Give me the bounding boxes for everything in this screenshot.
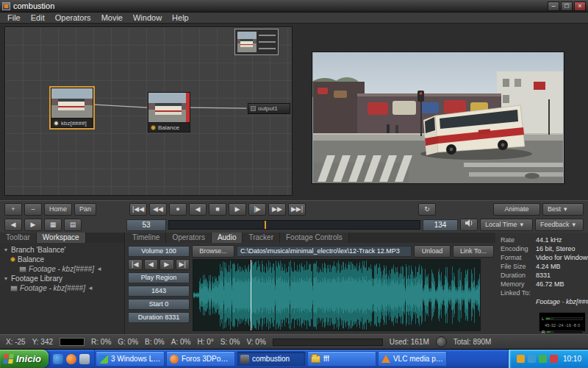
- volume-field[interactable]: Volume 100: [128, 246, 190, 257]
- ie-icon[interactable]: [53, 354, 63, 364]
- record-button[interactable]: ●: [169, 203, 187, 216]
- audio-go-end-button[interactable]: ▶|: [176, 259, 190, 270]
- play-reverse-button[interactable]: ◀: [189, 203, 207, 216]
- task-vlc[interactable]: VLC media player: [378, 351, 447, 367]
- channel-g: G: 0%: [118, 338, 138, 346]
- tree-item-footage-library[interactable]: ▼ Footage Library: [0, 274, 124, 283]
- quality-dropdown[interactable]: Best▾: [542, 203, 584, 216]
- prev-frame-button[interactable]: ◀: [4, 219, 22, 231]
- zoom-in-button[interactable]: +: [4, 203, 22, 216]
- tray-messenger-icon[interactable]: [550, 355, 558, 363]
- menu-operators[interactable]: Operators: [50, 13, 96, 23]
- quality-label: Best: [548, 204, 561, 215]
- expand-arrow-icon[interactable]: ▼: [3, 276, 9, 281]
- home-button[interactable]: Home: [44, 203, 72, 216]
- preview-node[interactable]: [234, 29, 279, 55]
- tray-network-icon[interactable]: [528, 355, 536, 363]
- task-combustion[interactable]: combustion: [237, 351, 306, 367]
- viewport-panel[interactable]: [312, 52, 564, 184]
- waveform-display[interactable]: [193, 259, 481, 331]
- firefox-icon[interactable]: [66, 354, 76, 364]
- tab-footage-controls[interactable]: Footage Controls: [280, 233, 349, 243]
- menu-movie[interactable]: Movie: [96, 13, 128, 23]
- region-length-field[interactable]: 1643: [128, 286, 190, 297]
- close-button[interactable]: ×: [574, 1, 586, 11]
- link-arrow-icon: ◄: [96, 266, 102, 272]
- end-frame-field[interactable]: 134: [423, 219, 458, 231]
- animate-button[interactable]: Animate: [493, 203, 540, 216]
- feedback-dropdown[interactable]: Feedback▾: [535, 219, 584, 231]
- task-foros-3dpoder[interactable]: Foros 3DPoder...: [166, 351, 235, 367]
- minimize-button[interactable]: –: [548, 1, 559, 11]
- task-label: fff: [323, 355, 329, 363]
- output-node[interactable]: output1: [248, 103, 290, 114]
- tab-operators[interactable]: Operators: [166, 233, 211, 243]
- operator-enabled-icon[interactable]: [10, 257, 15, 262]
- task-windows-live[interactable]: 3 Windows Live ...: [96, 351, 165, 367]
- tab-toolbar[interactable]: Toolbar: [0, 233, 37, 243]
- expand-arrow-icon[interactable]: ▼: [3, 247, 9, 252]
- schematic-view[interactable]: kbz[####] Balance output1: [4, 26, 293, 196]
- unload-button[interactable]: Unload: [414, 245, 451, 258]
- fast-forward-button[interactable]: ▶▶: [268, 203, 286, 216]
- link-to-button[interactable]: Link To...: [453, 245, 494, 258]
- tree-item-balance[interactable]: Balance: [0, 255, 124, 264]
- playhead-marker[interactable]: [265, 221, 266, 229]
- menu-window[interactable]: Window: [128, 13, 167, 23]
- audio-mute-button[interactable]: [460, 219, 478, 231]
- play-button[interactable]: ▶: [229, 203, 246, 216]
- tab-timeline[interactable]: Timeline: [126, 233, 166, 243]
- maximize-button[interactable]: □: [561, 1, 573, 11]
- info-value: Video for Windows: [536, 253, 588, 262]
- footage-node[interactable]: kbz[####]: [51, 88, 93, 128]
- fast-back-button[interactable]: ◀◀: [149, 203, 167, 216]
- balance-node[interactable]: Balance: [148, 92, 190, 132]
- audio-play-button[interactable]: ▶: [159, 259, 174, 270]
- tab-tracker[interactable]: Tracker: [243, 233, 280, 243]
- loop-button[interactable]: ↻: [418, 203, 436, 216]
- step-forward-button[interactable]: |▶: [248, 203, 266, 216]
- time-mode-dropdown[interactable]: Local Time▾: [480, 219, 533, 231]
- menu-edit[interactable]: Edit: [26, 13, 50, 23]
- current-frame-field[interactable]: 53: [126, 219, 166, 231]
- layout-list-button[interactable]: ▤: [64, 219, 82, 231]
- tree-item-branch[interactable]: ▼ Branch 'Balance': [0, 245, 124, 255]
- speaker-icon: [465, 219, 473, 227]
- show-desktop-icon[interactable]: [79, 354, 90, 364]
- task-fff-folder[interactable]: fff: [307, 351, 376, 367]
- play-region-button[interactable]: Play Region: [128, 272, 190, 283]
- menu-file[interactable]: File: [2, 13, 26, 23]
- audio-file-path[interactable]: C:\Datos\musica\minimal_electro\lex\12-T…: [237, 246, 412, 257]
- title-bar[interactable]: combustion – □ ×: [0, 0, 588, 13]
- footage-clock-icon: [54, 121, 59, 126]
- pan-button[interactable]: Pan: [74, 203, 96, 216]
- taskbar-clock[interactable]: 10:10: [563, 355, 581, 363]
- start-field[interactable]: Start 0: [128, 299, 190, 310]
- next-frame-button[interactable]: ▶: [24, 219, 42, 231]
- go-start-button[interactable]: |◀◀: [129, 203, 147, 216]
- zoom-out-button[interactable]: –: [24, 203, 42, 216]
- tray-antivirus-icon[interactable]: [539, 355, 547, 363]
- go-end-button[interactable]: ▶▶|: [288, 203, 306, 216]
- info-label: File Size: [501, 262, 536, 271]
- audio-play-reverse-button[interactable]: ◀: [144, 259, 159, 270]
- menu-help[interactable]: Help: [167, 13, 194, 23]
- audio-waveform[interactable]: [193, 260, 480, 330]
- memory-dial-icon[interactable]: [436, 336, 447, 347]
- start-button[interactable]: Inicio: [0, 350, 49, 368]
- windows-live-icon: [99, 355, 108, 364]
- tab-workspace[interactable]: Workspace: [37, 233, 86, 243]
- layout-grid-button[interactable]: ▦: [44, 219, 62, 231]
- stop-button[interactable]: ■: [209, 203, 226, 216]
- tray-update-icon[interactable]: [517, 355, 525, 363]
- footage-icon: [19, 266, 26, 272]
- browse-button[interactable]: Browse...: [192, 245, 234, 258]
- timeline-slider[interactable]: [168, 220, 420, 230]
- audio-go-start-button[interactable]: |◀: [128, 259, 143, 270]
- cursor-y: Y: 342: [32, 338, 53, 346]
- tree-item-footage[interactable]: Footage - kbz[####] ◄: [0, 264, 124, 274]
- tab-audio[interactable]: Audio: [212, 233, 243, 243]
- duration-field[interactable]: Duration 8331: [128, 312, 190, 323]
- tree-item-footage-2[interactable]: Footage - kbz[####] ◄: [0, 283, 124, 293]
- task-label: 3 Windows Live ...: [111, 355, 161, 363]
